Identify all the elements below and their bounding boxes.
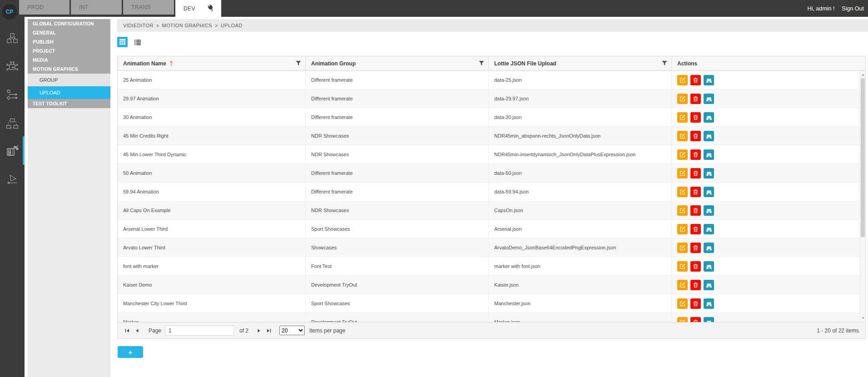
preview-button[interactable] [704,243,714,253]
env-tab-trans[interactable]: TRANS [123,0,174,15]
delete-button[interactable] [690,298,701,309]
edit-button[interactable] [677,112,688,123]
grid-view-toggle[interactable] [117,37,128,47]
rail-item-modules[interactable] [0,27,25,50]
sidebar-item-global-configuration[interactable]: GLOBAL CONFIGURATION [28,19,110,28]
delete-button[interactable] [690,205,701,216]
edit-button[interactable] [677,75,688,85]
delete-button[interactable] [690,94,701,104]
rail-item-configuration[interactable] [0,55,25,79]
sidebar-item-test-toolkit[interactable]: TEST TOOLKIT [28,99,110,108]
delete-button[interactable] [690,317,701,322]
previous-page-button[interactable] [132,326,142,336]
cell-name: Arsenal Lower Third [118,220,306,238]
preview-button[interactable] [704,94,714,104]
sidebar-item-upload[interactable]: UPLOAD [28,86,110,99]
list-icon [134,40,141,45]
edit-button[interactable] [677,298,688,309]
preview-button[interactable] [704,75,714,85]
env-tab-int[interactable]: INT [71,0,122,15]
edit-button[interactable] [677,149,688,160]
preview-button[interactable] [704,298,714,309]
edit-button[interactable] [677,280,688,290]
preview-button[interactable] [704,317,714,322]
edit-button[interactable] [677,168,688,179]
list-view-toggle[interactable] [133,37,143,47]
cell-name: font with marker [118,257,306,275]
cell-group: Sport Showcases [306,220,489,238]
trash-icon [693,226,699,232]
rail-item-video-editor[interactable] [0,139,25,163]
edit-button[interactable] [677,131,688,141]
delete-button[interactable] [690,112,701,123]
filter-icon[interactable] [662,61,667,67]
delete-button[interactable] [690,75,701,85]
table-row: font with markerFont Testmarker with fon… [118,257,860,276]
trash-icon [693,96,699,102]
delete-button[interactable] [690,280,701,290]
binoculars-icon [706,263,712,269]
env-tab-dev[interactable]: DEV [175,0,221,17]
scrollbar-thumb[interactable] [861,78,865,237]
edit-button[interactable] [677,205,688,216]
sidebar-item-motion-graphics[interactable]: MOTION GRAPHICS [28,64,110,74]
preview-button[interactable] [704,168,714,179]
delete-button[interactable] [690,131,701,141]
scroll-down-arrow[interactable] [861,316,865,320]
binoculars-icon [706,301,712,307]
app-logo[interactable]: CP [2,4,17,20]
preview-button[interactable] [704,224,714,234]
cell-name: 50 Animation [118,164,306,182]
rail-item-bezier-tool[interactable] [0,167,25,191]
binoculars-icon [706,96,712,102]
preview-button[interactable] [704,112,714,123]
scroll-up-arrow[interactable] [861,73,865,77]
sign-out-link[interactable]: Sign Out [842,5,864,12]
page-number-input[interactable] [165,326,234,336]
vertical-scrollbar[interactable] [860,71,865,322]
preview-button[interactable] [704,131,714,141]
delete-button[interactable] [690,168,701,179]
delete-button[interactable] [690,149,701,160]
trash-icon [693,77,699,83]
header-scrollbar-spacer [860,56,865,70]
table-row: 25 AnimationDifferent frameratedata-25.j… [118,71,860,89]
filter-icon[interactable] [479,61,484,67]
sidebar-item-media[interactable]: MEDIA [28,55,110,64]
edit-button[interactable] [677,243,688,253]
preview-button[interactable] [704,187,714,197]
preview-button[interactable] [704,149,714,160]
first-page-button[interactable] [122,326,132,336]
edit-button[interactable] [677,261,688,272]
next-page-button[interactable] [254,326,264,336]
edit-button[interactable] [677,94,688,104]
filter-icon[interactable] [296,61,301,67]
rail-item-workflow[interactable] [0,83,25,107]
rail-item-network[interactable] [0,112,25,135]
column-header-animation-group[interactable]: Animation Group [306,56,489,70]
table-row: Arvato Lower ThirdShowcasesArvatoDemo_Js… [118,238,860,257]
last-page-button[interactable] [264,326,274,336]
add-animation-button[interactable]: + [118,346,143,358]
table-row: MarkerDevelopment TryOutMarker.json [118,313,860,322]
env-tab-prod[interactable]: PROD [19,0,69,15]
delete-button[interactable] [690,243,701,253]
last-page-icon [266,328,272,333]
delete-button[interactable] [690,261,701,272]
column-header-lottie-json-file-upload[interactable]: Lottie JSON File Upload [489,56,672,70]
preview-button[interactable] [704,205,714,216]
edit-button[interactable] [677,317,688,322]
delete-button[interactable] [690,224,701,234]
sidebar-item-project[interactable]: PROJECT [28,46,110,55]
delete-button[interactable] [690,187,701,197]
preview-button[interactable] [704,261,714,272]
edit-button[interactable] [677,224,688,234]
edit-icon [680,208,685,213]
items-per-page-select[interactable]: 20 [279,326,305,335]
column-header-animation-name[interactable]: Animation Name [118,56,306,70]
edit-button[interactable] [677,187,688,197]
sidebar-item-group[interactable]: GROUP [28,74,110,86]
preview-button[interactable] [704,280,714,290]
sidebar-item-publish[interactable]: PUBLISH [28,37,110,46]
sidebar-item-general[interactable]: GENERAL [28,28,110,37]
